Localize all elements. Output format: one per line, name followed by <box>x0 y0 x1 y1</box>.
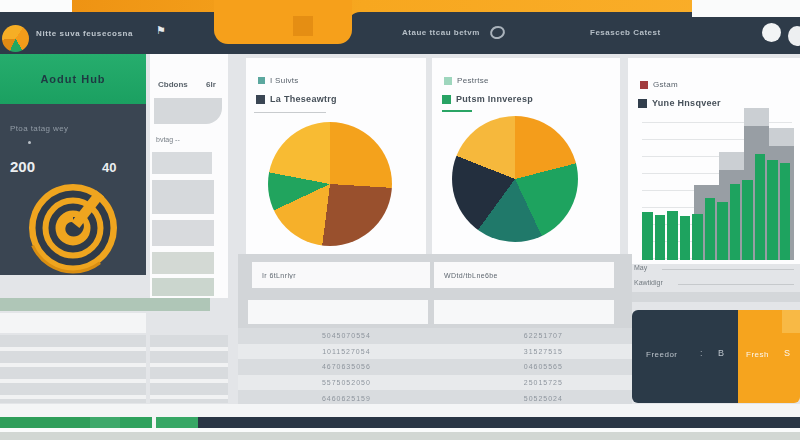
bar-green <box>705 198 716 260</box>
progress-segment-green <box>90 417 120 428</box>
progress-segment-green <box>0 417 90 428</box>
bottom-white-strip <box>0 404 800 417</box>
legend-row: Putsm Innveresp <box>442 94 533 104</box>
bar-green <box>755 154 766 260</box>
legend-row: Yune Hnsqveer <box>638 98 721 108</box>
header-white-corner <box>692 0 800 17</box>
caption-dot <box>28 141 31 144</box>
stat-value-left: 200 <box>10 158 35 175</box>
topbar-menu-item-2[interactable]: Fesasceb Catest <box>590 28 661 37</box>
pie-chart-middle <box>452 116 578 242</box>
legend-label: Pestrtse <box>457 76 489 85</box>
progress-segment-navy <box>198 417 800 428</box>
avatar[interactable] <box>762 23 781 42</box>
navy-card-label: Freedor <box>646 350 678 359</box>
axis-row-line-1 <box>662 269 794 270</box>
table-cell: 04605565 <box>455 363 632 370</box>
bottom-edge-strip <box>0 432 800 440</box>
orange-card-meta: S <box>784 348 790 358</box>
progress-segment-green <box>120 417 152 428</box>
orange-card-label: Fresh <box>746 350 769 359</box>
flag-icon[interactable]: ⚑ <box>156 24 166 37</box>
list-item[interactable] <box>152 220 214 246</box>
bar-green <box>780 163 791 260</box>
legend-swatch-green <box>442 95 451 104</box>
bar-card-right: Gstam Yune Hnsqveer <box>628 58 800 264</box>
bar-green <box>642 212 653 260</box>
table-cell: 5575052050 <box>238 379 455 386</box>
list-item[interactable] <box>152 252 214 274</box>
form-field-empty-1[interactable] <box>248 300 428 324</box>
sidebar-caption: Ptoa tatag wey <box>10 124 69 133</box>
legend-label: La Theseawtrg <box>270 94 337 104</box>
table-cell: 4670635056 <box>238 363 455 370</box>
legend-swatch-darkred <box>640 81 648 89</box>
pie-chart-left <box>268 122 392 246</box>
form-field-empty-2[interactable] <box>434 300 614 324</box>
orange-action-card[interactable]: Fresh S <box>738 310 800 403</box>
table-row[interactable]: 101152705431527515 <box>238 344 632 360</box>
app-root: Nitte suva feusecosna ⚑ Ataue ttcau betv… <box>0 0 800 440</box>
topbar-base <box>0 40 800 54</box>
list-panel: Cbdons 6lr bvtag -- <box>150 54 228 298</box>
list-item[interactable] <box>152 180 214 214</box>
legend-label: I Suivts <box>270 76 299 85</box>
bar-green <box>692 214 703 260</box>
table-cell: 5045070554 <box>238 332 455 339</box>
legend-underline <box>442 110 472 112</box>
pie-card-middle: Pestrtse Putsm Innveresp <box>432 58 620 255</box>
logo-pie-icon[interactable] <box>2 25 29 52</box>
table-row[interactable]: 557505205025015725 <box>238 375 632 391</box>
table-cell: 6460625159 <box>238 395 455 402</box>
list-item[interactable] <box>154 98 222 124</box>
navy-action-card[interactable]: Freedor : B <box>632 310 738 403</box>
table-cell: 50525024 <box>455 395 632 402</box>
form-field-1[interactable] <box>252 262 430 288</box>
bar-green <box>742 180 753 260</box>
list-item[interactable] <box>152 152 212 174</box>
mid-row-stripes <box>150 335 228 403</box>
divider <box>254 112 326 113</box>
navy-card-meta: B <box>718 348 724 358</box>
data-table: 5045070554622517071011527054315275154670… <box>238 328 632 406</box>
table-row[interactable]: 467063505604605565 <box>238 359 632 375</box>
panel-title-value: 6lr <box>206 80 216 89</box>
table-row[interactable]: 504507055462251707 <box>238 328 632 344</box>
orange-card-accent <box>782 310 800 333</box>
white-band <box>0 313 146 333</box>
bar-green <box>667 211 678 260</box>
form-field-2[interactable] <box>434 262 614 288</box>
sidebar-header[interactable]: Aodut Hub <box>0 54 146 104</box>
topbar-menu-item-1[interactable]: Ataue ttcau betvm <box>402 28 480 37</box>
navy-card-meta-icon: : <box>700 348 703 358</box>
bar-green <box>655 215 666 260</box>
topbar-orange-notch <box>214 0 352 44</box>
stat-value-right: 40 <box>102 160 116 175</box>
pie-card-left: I Suivts La Theseawtrg <box>246 58 426 255</box>
sidebar-header-label: Aodut Hub <box>40 73 105 85</box>
legend-row: Pestrtse <box>444 76 489 85</box>
bar-green <box>767 160 778 260</box>
legend-swatch-navy <box>256 95 265 104</box>
bar-green <box>730 184 741 260</box>
table-cell: 25015725 <box>455 379 632 386</box>
bar-green <box>680 216 691 260</box>
axis-row-label-1: May <box>634 264 647 271</box>
legend-label: Gstam <box>653 80 678 89</box>
brand-title: Nitte suva feusecosna <box>36 29 133 38</box>
axis-row-label-2: Kawtidigr <box>634 279 663 286</box>
table-cell: 62251707 <box>455 332 632 339</box>
axis-row-line-2 <box>678 284 794 285</box>
legend-label: Putsm Innveresp <box>456 94 533 104</box>
avatar-secondary[interactable] <box>788 26 800 46</box>
legend-row: La Theseawtrg <box>256 94 337 104</box>
notch-accent-block <box>293 16 313 36</box>
list-item[interactable] <box>152 278 214 296</box>
gauge-target-icon <box>27 182 119 274</box>
gray-band <box>628 292 800 302</box>
legend-swatch-lightgreen <box>444 77 452 85</box>
legend-row: Gstam <box>640 80 678 89</box>
legend-label: Yune Hnsqveer <box>652 98 721 108</box>
legend-swatch-teal <box>258 77 265 84</box>
panel-subtitle: bvtag -- <box>156 136 180 143</box>
